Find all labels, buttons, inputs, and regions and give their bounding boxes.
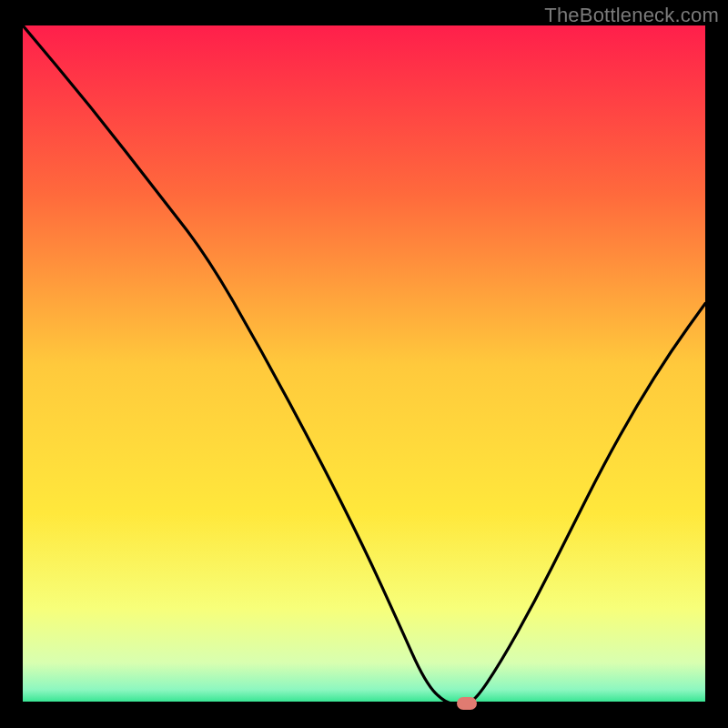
optimal-point-marker <box>457 697 477 710</box>
bottleneck-curve <box>23 25 705 703</box>
chart-frame: TheBottleneck.com <box>0 0 728 728</box>
watermark-text: TheBottleneck.com <box>544 4 719 27</box>
plot-area <box>23 25 705 703</box>
